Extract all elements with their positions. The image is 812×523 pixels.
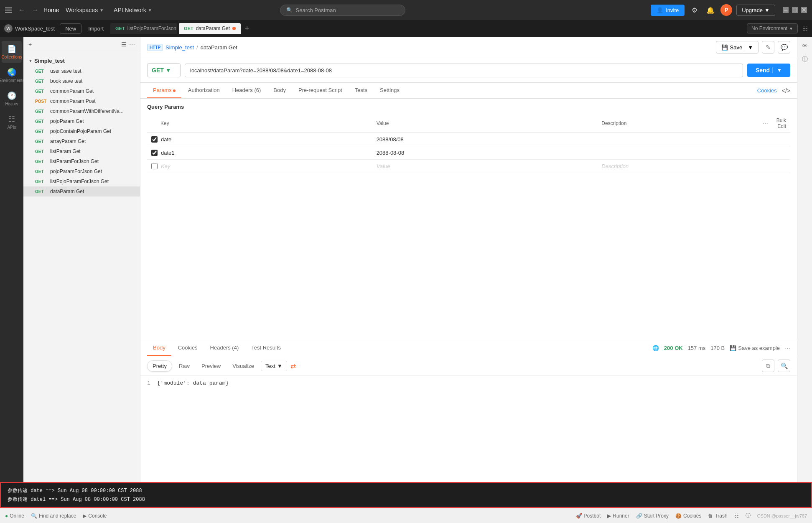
list-item[interactable]: POST commonParam Post [23, 96, 140, 106]
save-button[interactable]: 💾 Save ▼ [716, 41, 759, 54]
row-2-checkbox[interactable] [151, 150, 158, 156]
row-2-value[interactable]: 2088-08-08 [377, 150, 405, 156]
api-network-menu[interactable]: API Network ▼ [110, 7, 155, 13]
new-row-desc[interactable]: Description [601, 163, 629, 169]
list-item[interactable]: GET book save test [23, 76, 140, 86]
sidebar-item-apis[interactable]: ☷ APIs [2, 111, 22, 133]
tab-pre-request[interactable]: Pre-request Script [293, 83, 348, 98]
save-dropdown-arrow[interactable]: ▼ [744, 44, 753, 51]
console-line-1: 参数传递 date ==> Sun Aug 08 00:00:00 CST 20… [8, 486, 804, 495]
cookies-status-button[interactable]: 🍪 Cookies [675, 513, 701, 519]
back-button[interactable]: ← [17, 5, 27, 15]
hamburger-menu[interactable] [5, 6, 13, 14]
send-button[interactable]: Send ▼ [747, 64, 790, 77]
url-input[interactable] [185, 64, 743, 77]
list-item-active[interactable]: GET dataParam Get [23, 186, 140, 196]
grid-icon[interactable]: ☷ [803, 26, 808, 32]
settings-icon[interactable]: ⚙ [689, 4, 700, 16]
list-item[interactable]: GET pojoParam Get [23, 116, 140, 126]
send-dropdown-arrow[interactable]: ▼ [772, 67, 782, 73]
list-item[interactable]: GET listParam Get [23, 146, 140, 156]
raw-button[interactable]: Raw [174, 361, 195, 371]
row-1-key[interactable]: date [161, 136, 171, 143]
response-more-icon[interactable]: ⋯ [785, 345, 790, 351]
code-icon[interactable]: </> [782, 83, 790, 98]
search-bar[interactable]: 🔍 Search Postman [280, 5, 405, 16]
resp-tab-body[interactable]: Body [147, 340, 171, 356]
sidebar-item-history[interactable]: 🕐 History [2, 88, 22, 110]
edit-icon[interactable]: ✎ [762, 41, 774, 54]
home-link[interactable]: Home [43, 7, 59, 13]
filter-icon[interactable]: ☰ [121, 41, 127, 48]
new-row-key[interactable]: Key [161, 163, 170, 169]
list-item[interactable]: GET arrayParam Get [23, 136, 140, 146]
resp-tab-headers[interactable]: Headers (4) [204, 340, 245, 356]
comment-icon[interactable]: 💬 [778, 41, 790, 54]
new-row-checkbox[interactable] [151, 163, 158, 169]
tab-authorization[interactable]: Authorization [182, 83, 226, 98]
status-online[interactable]: ● Online [5, 513, 24, 519]
resp-tab-cookies[interactable]: Cookies [172, 340, 204, 356]
postbot-button[interactable]: 🚀 Postbot [576, 513, 601, 519]
environment-selector[interactable]: No Environment ▼ [747, 23, 798, 33]
workspaces-menu[interactable]: Workspaces ▼ [62, 7, 107, 13]
maximize-button[interactable]: □ [792, 7, 798, 13]
runner-button[interactable]: ▶ Runner [607, 513, 629, 519]
cookies-link[interactable]: Cookies [757, 83, 777, 98]
list-item[interactable]: GET commonParam Get [23, 86, 140, 96]
env-quick-look-icon[interactable]: 👁 [799, 40, 811, 52]
list-item[interactable]: GET pojoParamForJson Get [23, 166, 140, 176]
sidebar-item-environments[interactable]: 🌏 Environments [2, 64, 22, 86]
start-proxy-button[interactable]: 🔗 Start Proxy [636, 513, 669, 519]
invite-button[interactable]: 👤 Invite [651, 5, 685, 16]
list-item[interactable]: GET user save test [23, 66, 140, 76]
new-button[interactable]: New [60, 23, 81, 34]
find-replace-button[interactable]: 🔍 Find and replace [31, 513, 76, 519]
pretty-button[interactable]: Pretty [147, 360, 172, 372]
new-row-value[interactable]: Value [377, 163, 390, 169]
resp-tab-test-results[interactable]: Test Results [245, 340, 287, 356]
row-1-checkbox[interactable] [151, 136, 158, 143]
tab-headers[interactable]: Headers (6) [227, 83, 267, 98]
notifications-icon[interactable]: 🔔 [705, 4, 716, 16]
search-response-icon[interactable]: 🔍 [778, 360, 790, 372]
more-options-icon[interactable]: ⋯ [129, 41, 135, 48]
console-button[interactable]: ▶ Console [83, 513, 107, 519]
save-example-button[interactable]: 💾 Save as example [730, 345, 780, 351]
layout-button[interactable]: ☷ [734, 513, 739, 519]
new-tab-button[interactable]: + [242, 24, 252, 33]
breadcrumb-current: dataParam Get [201, 44, 237, 51]
breadcrumb-parent[interactable]: Simple_test [165, 44, 194, 51]
row-2-key[interactable]: date1 [161, 150, 175, 156]
upgrade-button[interactable]: Upgrade ▼ [736, 5, 775, 16]
tab-params[interactable]: Params [147, 83, 181, 98]
row-1-value[interactable]: 2088/08/08 [377, 136, 404, 143]
tab-tests[interactable]: Tests [349, 83, 373, 98]
copy-response-icon[interactable]: ⧉ [762, 360, 774, 372]
help-button[interactable]: ⓘ [746, 512, 751, 519]
method-selector[interactable]: GET ▼ [147, 63, 181, 77]
sidebar-item-collections[interactable]: 📄 Collections [2, 41, 22, 63]
forward-button[interactable]: → [30, 5, 40, 15]
format-selector[interactable]: Text ▼ [261, 361, 287, 371]
tab-1[interactable]: GET listPojoParamForJson Ge [110, 23, 177, 34]
trash-button[interactable]: 🗑 Trash [708, 513, 727, 519]
tab-body[interactable]: Body [267, 83, 292, 98]
list-item[interactable]: GET pojoContainPojoParam Get [23, 126, 140, 136]
info-icon[interactable]: ⓘ [799, 54, 811, 65]
wrap-icon[interactable]: ⇄ [290, 362, 296, 370]
minimize-button[interactable]: – [783, 7, 789, 13]
visualize-button[interactable]: Visualize [227, 361, 259, 371]
list-item[interactable]: GET listParamForJson Get [23, 156, 140, 166]
tab-2[interactable]: GET dataParam Get [179, 23, 241, 34]
list-item[interactable]: GET listPojoParamForJson Get [23, 176, 140, 186]
tab-settings[interactable]: Settings [374, 83, 405, 98]
close-button[interactable]: ✕ [801, 7, 807, 13]
table-more-icon[interactable]: ⋯ [762, 120, 768, 127]
import-button[interactable]: Import [83, 24, 109, 33]
bulk-edit-button[interactable]: Bulk Edit [772, 117, 786, 129]
collection-root[interactable]: ▼ Simple_test [23, 56, 140, 66]
preview-button[interactable]: Preview [196, 361, 226, 371]
add-collection-icon[interactable]: + [28, 41, 32, 48]
list-item[interactable]: GET commonParamWithDifferentNa... [23, 106, 140, 116]
